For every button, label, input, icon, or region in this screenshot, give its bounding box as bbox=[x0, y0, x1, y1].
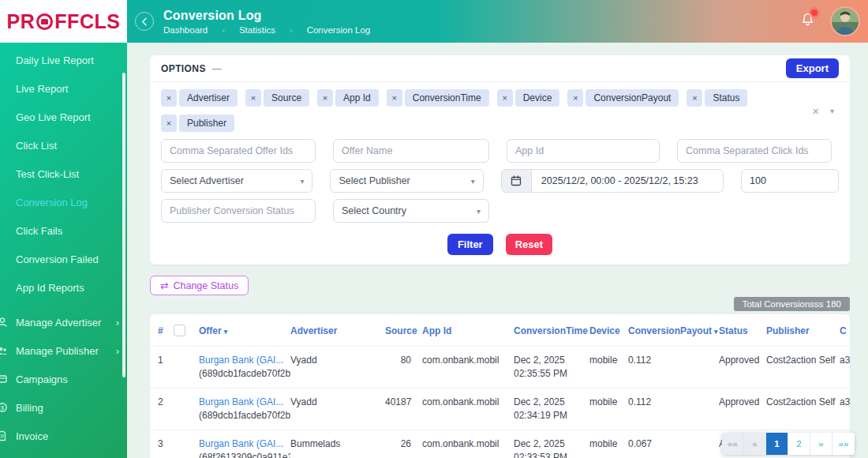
export-button[interactable]: Export bbox=[786, 58, 839, 78]
date-range-picker[interactable]: 2025/12/2, 00:00 - 2025/12/2, 15:23 bbox=[501, 169, 724, 193]
advertiser-select-value: Select Advertiser bbox=[170, 175, 244, 186]
top-bar: PR FFCLS Conversion Log Dashboard › Stat… bbox=[0, 0, 868, 43]
close-icon[interactable]: × bbox=[387, 89, 402, 107]
offer-link[interactable]: Burgan Bank (GAI... bbox=[199, 396, 287, 409]
close-icon[interactable]: × bbox=[567, 89, 583, 107]
pagination-page-1[interactable]: 1 bbox=[766, 433, 788, 455]
sidebar-item-click-fails[interactable]: Click Fails bbox=[0, 216, 127, 245]
app-shell: Daily Live Report Live Report Geo Live R… bbox=[0, 43, 868, 458]
breadcrumb: Dashboard › Statistics › Conversion Log bbox=[163, 25, 370, 35]
change-status-button[interactable]: ⇄ Change Status bbox=[150, 276, 249, 295]
offer-link[interactable]: Burgan Bank (GAI... bbox=[199, 354, 287, 367]
close-icon[interactable]: × bbox=[245, 89, 261, 107]
close-icon[interactable]: × bbox=[687, 89, 702, 107]
cell-conversion-time: Dec 2, 202502:34:19 PM bbox=[514, 388, 589, 430]
table-row: 1 Burgan Bank (GAI...(689dcb1facdeb70f2b… bbox=[150, 347, 850, 389]
dropdown-caret-icon[interactable]: ▾ bbox=[830, 107, 834, 115]
close-icon[interactable]: × bbox=[161, 114, 177, 132]
sidebar-item-geo-live-report[interactable]: Geo Live Report bbox=[0, 103, 127, 131]
cell-offer: Burgan Bank (GAI...(68f2613309c0a911e2 bbox=[199, 430, 290, 458]
publisher-conversion-status-input[interactable] bbox=[161, 199, 316, 223]
offer-id: (689dcb1facdeb70f2b bbox=[199, 368, 290, 379]
col-header-offer[interactable]: Offer▾ bbox=[199, 314, 290, 347]
chip-source: ×Source bbox=[245, 89, 309, 107]
pagination-next-button[interactable]: » bbox=[810, 433, 832, 455]
sidebar-scrollbar[interactable] bbox=[122, 73, 125, 377]
calendar-icon bbox=[511, 175, 522, 186]
country-select-value: Select Country bbox=[342, 205, 406, 216]
close-icon[interactable]: × bbox=[497, 89, 513, 107]
cell-source: 26 bbox=[385, 430, 422, 458]
col-header-conversion-payout[interactable]: ConversionPayout▾ bbox=[628, 314, 719, 347]
sidebar-item-test-click-list[interactable]: Test Click-List bbox=[0, 160, 127, 188]
select-caret-icon: ▾ bbox=[471, 177, 475, 186]
sidebar-item-click-list[interactable]: Click List bbox=[0, 131, 127, 160]
brand-logo[interactable]: PR FFCLS bbox=[0, 0, 127, 43]
cell-advertiser: Bummelads bbox=[290, 430, 385, 458]
chip-label: Device bbox=[515, 89, 560, 107]
offer-name-input[interactable] bbox=[333, 139, 489, 163]
clear-all-icon[interactable]: × bbox=[812, 104, 819, 118]
sidebar-item-app-id-reports[interactable]: App Id Reports bbox=[0, 273, 127, 302]
offer-ids-input[interactable] bbox=[161, 139, 316, 163]
invoice-icon bbox=[0, 430, 8, 441]
cell-num: 2 bbox=[150, 388, 174, 430]
cell-click-id: a3 bbox=[840, 388, 850, 430]
sidebar-item-manage-advertiser[interactable]: Manage Advertiser › bbox=[0, 308, 127, 336]
publisher-select-value: Select Publisher bbox=[339, 175, 410, 186]
limit-input[interactable] bbox=[741, 169, 839, 193]
sidebar-item-invoice[interactable]: Invoice bbox=[0, 422, 127, 450]
sidebar-item-daily-live-report[interactable]: Daily Live Report bbox=[0, 46, 127, 74]
advertiser-select[interactable]: Select Advertiser▾ bbox=[161, 169, 312, 193]
billing-icon: $ bbox=[0, 402, 8, 413]
reset-button[interactable]: Reset bbox=[506, 234, 552, 255]
sidebar-item-campaigns[interactable]: Campaigns bbox=[0, 365, 127, 393]
col-header-device: Device bbox=[589, 314, 628, 347]
sidebar-item-live-report[interactable]: Live Report bbox=[0, 74, 127, 103]
cell-source: 80 bbox=[385, 347, 422, 389]
select-all-checkbox[interactable] bbox=[174, 325, 185, 336]
click-ids-input[interactable] bbox=[677, 139, 832, 163]
chip-label: App Id bbox=[335, 89, 379, 107]
filter-button[interactable]: Filter bbox=[447, 234, 493, 255]
offer-id: (68f2613309c0a911e2 bbox=[199, 452, 290, 458]
pagination-last-button[interactable]: »» bbox=[832, 433, 855, 455]
back-button[interactable] bbox=[135, 12, 154, 31]
sidebar-item-manage-publisher[interactable]: Manage Publisher › bbox=[0, 336, 127, 365]
total-conversions-badge: Total Conversionsss 180 bbox=[734, 297, 850, 311]
sidebar-item-conversion-failed[interactable]: Conversion Failed bbox=[0, 245, 127, 273]
breadcrumb-dashboard[interactable]: Dashboard bbox=[163, 25, 208, 35]
cell-publisher: Cost2action Self bbox=[766, 347, 840, 389]
brand-text-left: PR bbox=[7, 10, 36, 33]
breadcrumb-statistics[interactable]: Statistics bbox=[239, 25, 275, 35]
options-panel: OPTIONS — Export ×Advertiser ×Source ×Ap… bbox=[150, 55, 850, 265]
notifications-button[interactable] bbox=[801, 13, 814, 30]
app-id-input[interactable] bbox=[507, 139, 660, 163]
cell-advertiser: Vyadd bbox=[290, 347, 385, 389]
user-avatar[interactable] bbox=[832, 8, 859, 35]
sort-caret-icon: ▾ bbox=[714, 328, 718, 336]
filter-row-3: Select Country▾ bbox=[161, 199, 839, 223]
publisher-select[interactable]: Select Publisher▾ bbox=[330, 169, 483, 193]
cell-checkbox bbox=[174, 347, 199, 389]
cell-source: 40187 bbox=[385, 388, 422, 430]
sidebar-item-label: Billing bbox=[16, 402, 43, 414]
col-header-click: C bbox=[840, 314, 850, 347]
col-header-num: # bbox=[150, 314, 174, 347]
country-select[interactable]: Select Country▾ bbox=[333, 199, 489, 223]
cell-device: mobile bbox=[589, 388, 628, 430]
sidebar-item-conversion-log[interactable]: Conversion Log bbox=[0, 188, 127, 216]
col-header-checkbox bbox=[174, 314, 199, 347]
column-chips-row: ×Advertiser ×Source ×App Id ×ConversionT… bbox=[150, 82, 850, 133]
advertiser-icon bbox=[0, 317, 8, 328]
collapse-icon[interactable]: — bbox=[212, 63, 222, 74]
offer-link[interactable]: Burgan Bank (GAI... bbox=[199, 437, 287, 451]
pagination-page-2[interactable]: 2 bbox=[788, 433, 810, 455]
page-header: Conversion Log Dashboard › Statistics › … bbox=[127, 0, 868, 43]
pagination-prev-button[interactable]: « bbox=[744, 433, 766, 455]
close-icon[interactable]: × bbox=[317, 89, 333, 107]
cell-num: 1 bbox=[150, 347, 174, 389]
close-icon[interactable]: × bbox=[161, 89, 177, 107]
pagination-first-button[interactable]: «« bbox=[722, 433, 744, 455]
sidebar-item-billing[interactable]: $ Billing bbox=[0, 393, 127, 422]
